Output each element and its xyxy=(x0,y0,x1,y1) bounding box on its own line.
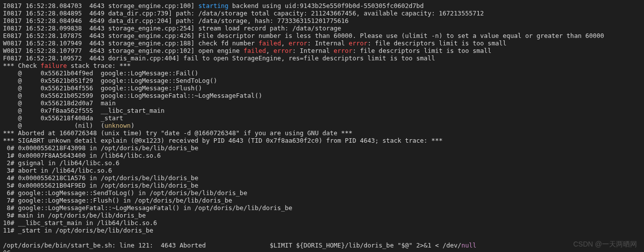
backtrace-line: 9# main in /opt/doris/be/lib/doris_be xyxy=(3,212,146,219)
stack-line: @ (nil) ( xyxy=(3,122,104,129)
log-line: I0817 16:52:28.084703 4643 storage_engin… xyxy=(3,2,198,9)
keyword-error: error xyxy=(348,39,367,47)
backtrace-line: 5# 0x000055621B04F9ED in /opt/doris/be/l… xyxy=(3,182,198,189)
terminal-output: I0817 16:52:28.084703 4643 storage_engin… xyxy=(0,0,644,252)
keyword-failed: failed xyxy=(259,39,281,47)
keyword-error: error xyxy=(333,47,352,54)
keyword-starting: starting xyxy=(198,2,228,9)
backtrace-line: 6# google::LogMessage::SendToLog() in /o… xyxy=(3,189,247,197)
stack-line: @ 0x556218f408da _start xyxy=(3,114,123,122)
log-line: W0817 16:52:28.107949 4643 storage_engin… xyxy=(3,39,259,47)
command-line: /opt/doris/be/bin/start_be.sh: line 121:… xyxy=(3,242,461,249)
log-line: backend using uid:9143b25e550f9b0d-55030… xyxy=(229,2,424,9)
backtrace-line: 2# gsignal in /lib64/libc.so.6 xyxy=(3,159,119,167)
backtrace-line: 11# _start in /opt/doris/be/lib/doris_be xyxy=(3,227,153,234)
backtrace-line: 3# abort in /lib64/libc.so.6 xyxy=(3,167,112,174)
stack-line: @ 0x55621b051f29 google::LogMessage::Sen… xyxy=(3,77,217,84)
keyword-failed: failed xyxy=(244,47,266,54)
stack-line: @ 0x55621b04f556 google::LogMessage::Flu… xyxy=(3,84,202,92)
log-line: *** SIGABRT unkown detail explain (@0x12… xyxy=(3,137,443,144)
stack-line: @ 0x7f8aa562f555 __libc_start_main xyxy=(3,107,165,114)
stack-line: @ 0x55621b052599 google::LogMessageFatal… xyxy=(3,92,262,99)
keyword-error: error xyxy=(274,47,293,54)
prompt-line: ^C xyxy=(3,249,10,252)
stack-line: @ 0x556218d2d0a7 main xyxy=(3,99,116,107)
backtrace-line: 4# 0x0000556218C1A576 in /opt/doris/be/l… xyxy=(3,174,198,182)
backtrace-line: 0# 0x0000556218F43098 in /opt/doris/be/l… xyxy=(3,144,198,152)
keyword-unknown: unknown xyxy=(104,122,131,129)
keyword-failure: failure xyxy=(40,62,67,69)
backtrace-line: 8# google::LogMessageFatal::~LogMessageF… xyxy=(3,204,292,212)
keyword-error: error xyxy=(289,39,308,47)
log-line: I0817 16:52:28.084895 4649 data_dir.cpp:… xyxy=(3,9,484,17)
log-line: *** Aborted at 1660726348 (unix time) tr… xyxy=(3,129,352,137)
log-line: I0817 16:52:28.084946 4649 data_dir.cpp:… xyxy=(3,17,348,24)
log-line: *** Check xyxy=(3,62,40,69)
log-line: F0817 16:52:28.109572 4643 doris_main.cp… xyxy=(3,54,435,62)
log-line: E0817 16:52:28.107875 4643 storage_engin… xyxy=(3,32,604,39)
stack-line: @ 0x55621b04f9ed google::LogMessage::Fai… xyxy=(3,69,198,77)
backtrace-line: 1# 0x00007F8AA5643400 in /lib64/libc.so.… xyxy=(3,152,161,159)
keyword-null: null xyxy=(461,242,476,249)
backtrace-line: 7# google::LogMessage::Flush() in /opt/d… xyxy=(3,197,232,204)
log-line: W0817 16:52:28.107977 4643 storage_engin… xyxy=(3,47,244,54)
backtrace-line: 10# __libc_start_main in /lib64/libc.so.… xyxy=(3,219,157,227)
log-line: I0817 16:52:28.099838 4643 storage_engin… xyxy=(3,24,341,32)
